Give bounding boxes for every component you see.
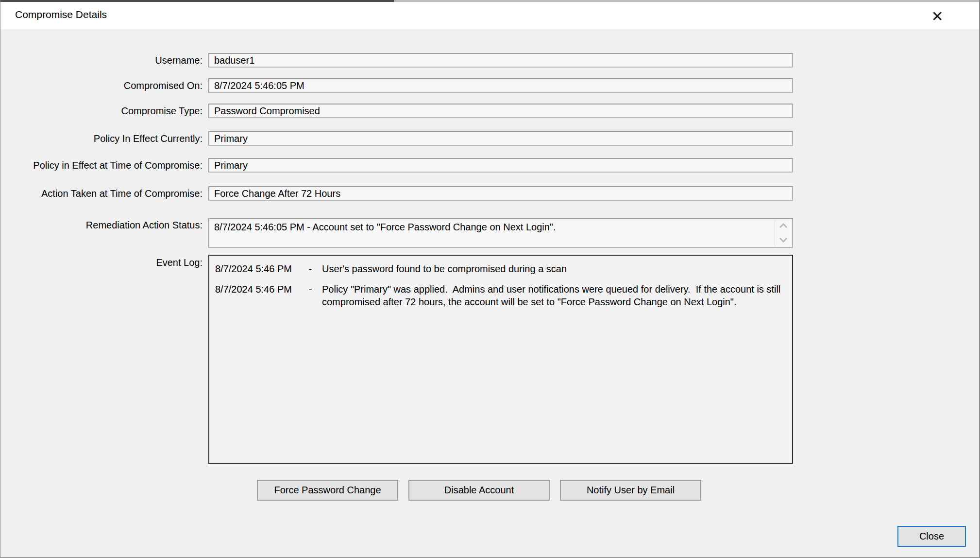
disable-account-button[interactable]: Disable Account xyxy=(408,480,550,501)
dialog-title: Compromise Details xyxy=(15,9,107,20)
event-timestamp: 8/7/2024 5:46 PM xyxy=(215,262,299,275)
compromise-type-field[interactable]: Password Compromised xyxy=(208,104,793,118)
policy-current-label: Policy In Effect Currently: xyxy=(10,132,203,145)
force-password-change-button[interactable]: Force Password Change xyxy=(257,480,398,501)
top-edge-strip-dark xyxy=(0,0,394,2)
username-field[interactable]: baduser1 xyxy=(208,53,793,68)
compromise-type-label: Compromise Type: xyxy=(10,105,203,117)
chevron-down-icon[interactable] xyxy=(779,237,788,243)
compromised-on-label: Compromised On: xyxy=(10,79,203,92)
close-button[interactable]: Close xyxy=(897,526,966,547)
notify-user-by-email-button[interactable]: Notify User by Email xyxy=(560,480,701,501)
policy-at-compromise-label: Policy in Effect at Time of Compromise: xyxy=(10,159,203,172)
event-timestamp: 8/7/2024 5:46 PM xyxy=(215,283,299,308)
remediation-status-label: Remediation Action Status: xyxy=(10,219,203,231)
event-separator: - xyxy=(299,283,322,308)
remediation-scrollbar[interactable] xyxy=(775,220,791,246)
event-log-box[interactable]: 8/7/2024 5:46 PM - User's password found… xyxy=(208,255,793,464)
dialog-body: Username: baduser1 Compromised On: 8/7/2… xyxy=(0,29,979,557)
chevron-up-icon[interactable] xyxy=(779,223,788,228)
remediation-status-field[interactable]: 8/7/2024 5:46:05 PM - Account set to "Fo… xyxy=(208,218,793,248)
event-log-entry: 8/7/2024 5:46 PM - User's password found… xyxy=(215,262,787,275)
policy-at-compromise-field[interactable]: Primary xyxy=(208,158,793,173)
action-taken-field[interactable]: Force Change After 72 Hours xyxy=(208,186,793,201)
event-message: Policy "Primary" was applied. Admins and… xyxy=(322,283,787,308)
event-log-entry: 8/7/2024 5:46 PM - Policy "Primary" was … xyxy=(215,283,787,308)
event-separator: - xyxy=(299,262,322,275)
close-icon[interactable]: ✕ xyxy=(926,5,948,27)
compromised-on-field[interactable]: 8/7/2024 5:46:05 PM xyxy=(208,78,793,93)
action-taken-label: Action Taken at Time of Compromise: xyxy=(10,187,203,200)
dialog-titlebar: Compromise Details ✕ xyxy=(0,2,979,29)
policy-current-field[interactable]: Primary xyxy=(208,131,793,146)
username-label: Username: xyxy=(10,54,203,67)
compromise-details-dialog: Compromise Details ✕ Username: baduser1 … xyxy=(0,0,980,558)
event-log-label: Event Log: xyxy=(10,256,203,269)
remediation-status-text: 8/7/2024 5:46:05 PM - Account set to "Fo… xyxy=(214,222,556,232)
event-message: User's password found to be compromised … xyxy=(322,262,787,275)
